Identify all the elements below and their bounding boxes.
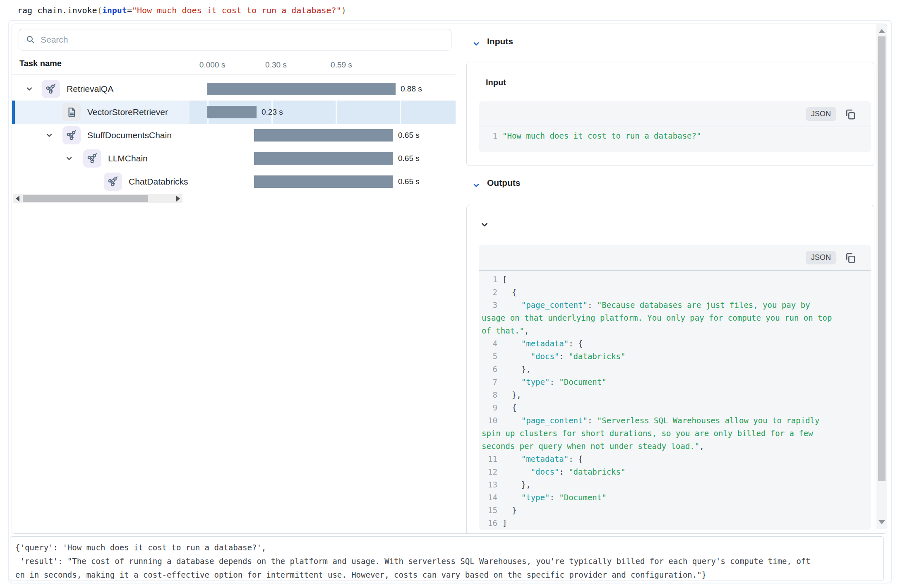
json-wrapped-line: spin up clusters for short durations, so… [479, 427, 871, 440]
outputs-card: JSON 1[2 {3 "page_content": "Because dat… [466, 205, 874, 534]
line-number: 4 [479, 337, 502, 350]
line-number: 1 [479, 130, 502, 142]
line-number: 11 [479, 453, 502, 466]
json-line: 7 "type": "Document" [479, 376, 871, 389]
json-line: 15 } [479, 504, 871, 517]
task-name-cell: ChatDatabricks [12, 170, 190, 193]
inputs-collapse-chevron-icon[interactable] [472, 40, 480, 48]
chain-icon [42, 80, 60, 98]
inputs-card: Input JSON 1"How much does it cost to ru… [466, 62, 874, 166]
search-icon [26, 35, 36, 45]
vertical-scrollbar-thumb[interactable] [878, 36, 886, 481]
outputs-section-title: Outputs [487, 178, 520, 188]
scroll-left-arrow[interactable] [13, 194, 22, 203]
json-line: 1[ [479, 273, 871, 286]
code-token: "How much does it cost to run a database… [132, 5, 341, 15]
cell-output-text: {'query': 'How much does it cost to run … [10, 536, 884, 581]
timeline-tick-label: 0.59 s [319, 60, 364, 70]
document-icon [62, 103, 81, 121]
scroll-up-arrow[interactable] [876, 26, 887, 36]
json-wrapped-line: usage on that underlying platform. You o… [479, 312, 871, 324]
task-name-cell: LLMChain [12, 147, 190, 170]
duration-bar [207, 83, 396, 95]
vertical-scrollbar[interactable] [876, 24, 887, 529]
expand-chevron-icon[interactable] [45, 131, 53, 139]
code-token: rag_chain.invoke [17, 5, 97, 15]
json-line: 16] [479, 517, 871, 530]
output-copy-icon[interactable] [844, 252, 857, 264]
outputs-collapse-chevron-icon[interactable] [472, 181, 480, 190]
duration-label: 0.65 s [398, 124, 420, 147]
line-number: 5 [479, 350, 502, 363]
json-wrapped-line: of that.", [479, 324, 871, 337]
json-wrapped-line: seconds per query when not under steady … [479, 440, 871, 453]
duration-bar [254, 129, 393, 142]
timeline-tick-label: 0.30 s [253, 60, 299, 70]
output-json-badge[interactable]: JSON [806, 251, 836, 264]
chain-icon [62, 126, 81, 144]
inputs-section-title: Inputs [487, 36, 513, 46]
json-line: 4 "metadata": { [479, 337, 871, 350]
code-token: ( [97, 5, 102, 15]
horizontal-scrollbar[interactable] [13, 194, 182, 203]
result-text-line: 'result': "The cost of running a databas… [15, 554, 878, 568]
task-label: LLMChain [108, 147, 148, 170]
input-json-block: JSON 1"How much does it cost to run a da… [479, 101, 871, 152]
scroll-down-arrow[interactable] [876, 517, 887, 528]
task-row-RetrievalQA[interactable]: RetrievalQA0.88 s [12, 77, 456, 101]
line-number: 2 [479, 286, 502, 299]
json-line: 13 }, [479, 478, 871, 491]
code-token: = [127, 5, 132, 15]
expand-chevron-icon[interactable] [65, 154, 73, 163]
line-number: 14 [479, 491, 502, 504]
line-number: 1 [479, 273, 502, 286]
task-name-cell: StuffDocumentsChain [12, 124, 190, 147]
task-label: StuffDocumentsChain [87, 124, 172, 147]
task-row-VectorStoreRetriever[interactable]: VectorStoreRetriever0.23 s [12, 101, 456, 124]
task-row-StuffDocumentsChain[interactable]: StuffDocumentsChain0.65 s [12, 124, 456, 147]
duration-bar [254, 152, 393, 165]
result-text-line: en in seconds, making it a cost-effectiv… [15, 568, 878, 582]
output-json-block: JSON 1[2 {3 "page_content": "Because dat… [479, 245, 871, 530]
line-number: 7 [479, 376, 502, 389]
horizontal-scrollbar-thumb[interactable] [23, 195, 148, 202]
task-name-column-header: Task name [19, 59, 62, 68]
chain-icon [104, 173, 122, 191]
timeline-tick-label: 0.000 s [190, 60, 235, 70]
line-number: 16 [479, 517, 502, 530]
code-cell-line: rag_chain.invoke(input="How much does it… [17, 4, 346, 17]
line-number: 10 [479, 414, 502, 427]
task-label: RetrievalQA [67, 77, 113, 101]
output-item-collapse-chevron-icon[interactable] [480, 220, 489, 229]
code-token: input [102, 5, 127, 15]
task-label: ChatDatabricks [129, 170, 188, 193]
json-line: 2 { [479, 286, 871, 299]
timeline-gridline [400, 101, 401, 124]
duration-bar [254, 175, 393, 188]
search-box[interactable] [19, 29, 451, 50]
expand-chevron-icon[interactable] [25, 85, 34, 93]
header-divider [12, 74, 456, 75]
json-line: 5 "docs": "databricks" [479, 350, 871, 363]
search-input[interactable] [41, 35, 413, 45]
task-row-LLMChain[interactable]: LLMChain0.65 s [12, 147, 456, 170]
notebook-cell: rag_chain.invoke(input="How much does it… [0, 0, 900, 588]
line-number: 9 [479, 401, 502, 414]
line-number: 12 [479, 466, 502, 478]
task-row-ChatDatabricks[interactable]: ChatDatabricks0.65 s [12, 170, 456, 193]
input-copy-icon[interactable] [844, 108, 857, 120]
json-line: 10 "page_content": "Serverless SQL Wareh… [479, 414, 871, 427]
scroll-right-arrow[interactable] [173, 194, 182, 203]
json-line: 11 "metadata": { [479, 453, 871, 466]
duration-label: 0.23 s [262, 101, 283, 124]
task-label: VectorStoreRetriever [87, 101, 168, 124]
task-name-cell: VectorStoreRetriever [12, 101, 190, 124]
json-line: 1"How much does it cost to run a databas… [479, 130, 871, 142]
json-line: 9 { [479, 401, 871, 414]
line-number: 8 [479, 389, 502, 401]
input-json-badge[interactable]: JSON [806, 107, 836, 121]
input-field-label: Input [486, 78, 506, 87]
json-line: 8 }, [479, 389, 871, 401]
chain-icon [83, 149, 101, 168]
duration-label: 0.88 s [401, 77, 422, 101]
